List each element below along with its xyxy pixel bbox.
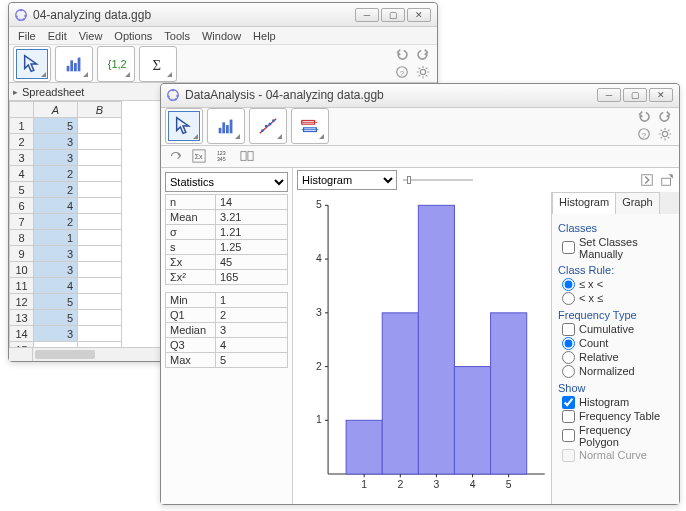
cell[interactable] <box>78 342 122 348</box>
row-head[interactable]: 12 <box>10 294 34 310</box>
settings-icon[interactable] <box>415 65 431 79</box>
cell[interactable] <box>78 118 122 134</box>
normalized-radio[interactable] <box>562 365 575 378</box>
minimize-button[interactable]: ─ <box>355 8 379 22</box>
cell[interactable] <box>78 278 122 294</box>
rule-le-lt-radio[interactable] <box>562 278 575 291</box>
cell[interactable]: 3 <box>34 326 78 342</box>
row-head[interactable]: 10 <box>10 262 34 278</box>
row-head[interactable]: 7 <box>10 214 34 230</box>
maximize-button[interactable]: ▢ <box>623 88 647 102</box>
main-titlebar[interactable]: 04-analyzing data.ggb ─ ▢ ✕ <box>9 3 437 27</box>
row-head[interactable]: 3 <box>10 150 34 166</box>
cell[interactable]: 2 <box>34 214 78 230</box>
plot-type-combo[interactable]: Histogram <box>297 170 397 190</box>
cell[interactable] <box>78 150 122 166</box>
row-head[interactable]: 2 <box>10 134 34 150</box>
spreadsheet-table[interactable]: A B 1 5 2 3 3 3 4 2 5 2 6 4 7 2 8 1 9 3 … <box>9 101 122 347</box>
cell[interactable]: 5 <box>34 310 78 326</box>
menu-view[interactable]: View <box>74 29 108 43</box>
show-freq-table-checkbox[interactable] <box>562 410 575 423</box>
menu-file[interactable]: File <box>13 29 41 43</box>
cell[interactable]: 3 <box>34 262 78 278</box>
menu-options[interactable]: Options <box>109 29 157 43</box>
show-second-plot-icon[interactable] <box>237 148 257 164</box>
two-var-analysis-tool[interactable] <box>252 111 284 141</box>
classes-slider[interactable] <box>403 173 473 187</box>
one-var-analysis-tool[interactable] <box>210 111 242 141</box>
menu-tools[interactable]: Tools <box>159 29 195 43</box>
move-tool[interactable] <box>16 49 48 79</box>
cell[interactable] <box>78 294 122 310</box>
move-tool[interactable] <box>168 111 200 141</box>
show-statistics-icon[interactable]: Σx <box>189 148 209 164</box>
cell[interactable] <box>78 326 122 342</box>
cell[interactable] <box>78 198 122 214</box>
row-head[interactable]: 13 <box>10 310 34 326</box>
cell[interactable]: 2 <box>34 182 78 198</box>
settings-icon[interactable] <box>657 127 673 141</box>
col-head-B[interactable]: B <box>78 102 122 118</box>
sum-tool[interactable]: Σ <box>142 49 174 79</box>
row-head[interactable]: 5 <box>10 182 34 198</box>
cell[interactable] <box>78 262 122 278</box>
row-head[interactable]: 9 <box>10 246 34 262</box>
cell[interactable] <box>78 310 122 326</box>
col-head-A[interactable]: A <box>34 102 78 118</box>
close-button[interactable]: ✕ <box>649 88 673 102</box>
show-histogram-checkbox[interactable] <box>562 396 575 409</box>
row-head[interactable]: 11 <box>10 278 34 294</box>
relative-radio[interactable] <box>562 351 575 364</box>
cumulative-checkbox[interactable] <box>562 323 575 336</box>
row-head[interactable]: 4 <box>10 166 34 182</box>
list-tool[interactable]: {1,2} <box>100 49 132 79</box>
cell[interactable]: 2 <box>34 166 78 182</box>
help-icon[interactable]: ? <box>394 65 410 79</box>
one-var-analysis-tool[interactable] <box>58 49 90 79</box>
cell[interactable] <box>78 230 122 246</box>
cell[interactable]: 3 <box>34 150 78 166</box>
cell[interactable]: 5 <box>34 294 78 310</box>
cell[interactable] <box>78 182 122 198</box>
cell[interactable] <box>78 166 122 182</box>
cell[interactable] <box>34 342 78 348</box>
row-head[interactable]: 1 <box>10 118 34 134</box>
corner-cell[interactable] <box>10 102 34 118</box>
row-head[interactable]: 15 <box>10 342 34 348</box>
cell[interactable]: 3 <box>34 134 78 150</box>
cell[interactable]: 5 <box>34 118 78 134</box>
cell[interactable] <box>78 246 122 262</box>
options-toggle-icon[interactable] <box>639 173 655 187</box>
show-freq-polygon-checkbox[interactable] <box>562 429 575 442</box>
da-titlebar[interactable]: DataAnalysis - 04-analyzing data.ggb ─ ▢… <box>161 84 679 108</box>
cell[interactable]: 3 <box>34 246 78 262</box>
close-button[interactable]: ✕ <box>407 8 431 22</box>
cell[interactable]: 4 <box>34 198 78 214</box>
cell[interactable]: 1 <box>34 230 78 246</box>
menu-help[interactable]: Help <box>248 29 281 43</box>
multi-var-analysis-tool[interactable] <box>294 111 326 141</box>
row-head[interactable]: 6 <box>10 198 34 214</box>
tab-histogram[interactable]: Histogram <box>552 192 616 214</box>
collapse-icon[interactable]: ▸ <box>13 87 18 97</box>
cell[interactable]: 4 <box>34 278 78 294</box>
help-icon[interactable]: ? <box>636 127 652 141</box>
show-source-icon[interactable] <box>165 148 185 164</box>
menu-window[interactable]: Window <box>197 29 246 43</box>
redo-icon[interactable] <box>415 47 431 61</box>
show-data-icon[interactable]: 123345 <box>213 148 233 164</box>
cell[interactable] <box>78 214 122 230</box>
maximize-button[interactable]: ▢ <box>381 8 405 22</box>
cell[interactable] <box>78 134 122 150</box>
minimize-button[interactable]: ─ <box>597 88 621 102</box>
count-radio[interactable] <box>562 337 575 350</box>
statistics-combo[interactable]: Statistics <box>165 172 288 192</box>
menu-edit[interactable]: Edit <box>43 29 72 43</box>
rule-lt-le-radio[interactable] <box>562 292 575 305</box>
undo-icon[interactable] <box>636 109 652 123</box>
export-icon[interactable] <box>659 173 675 187</box>
tab-graph[interactable]: Graph <box>615 192 660 214</box>
set-classes-manually-checkbox[interactable] <box>562 241 575 254</box>
redo-icon[interactable] <box>657 109 673 123</box>
row-head[interactable]: 14 <box>10 326 34 342</box>
